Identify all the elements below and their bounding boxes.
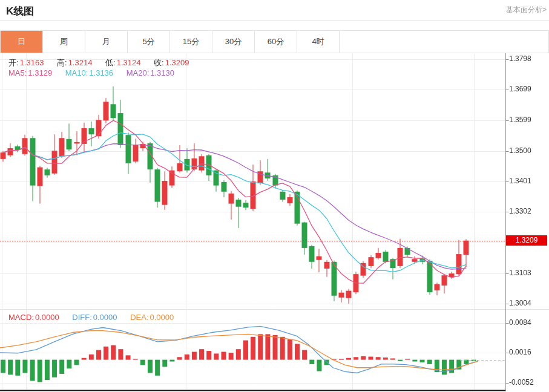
kline-widget: K线图 基本面分析> 日周月5分15分30分60分4时 开:1.3163 高:1… (0, 0, 549, 392)
ma5-value: 1.3129 (28, 68, 52, 77)
ma10-value: 1.3136 (89, 68, 113, 77)
price-tick-label: 1.3103 (509, 269, 531, 277)
price-tick-label: 1.3004 (509, 299, 531, 307)
tab-month[interactable]: 月 (85, 31, 128, 53)
macd-readout: MACD:0.0000 DIFF:0.0000 DEA:0.0000 (8, 313, 175, 322)
price-tick-label: 1.3699 (509, 85, 531, 93)
macd-label: MACD: (8, 313, 34, 322)
close-value: 1.3209 (165, 58, 189, 67)
ma5-label: MA5: (8, 68, 27, 77)
ma20-value: 1.3130 (150, 68, 174, 77)
dea-label: DEA: (130, 313, 148, 322)
macd-tick-label: 0.0016 (509, 348, 531, 356)
low-label: 低: (105, 58, 116, 67)
close-label: 收: (154, 58, 164, 67)
macd-tick-label: -0.0052 (509, 378, 534, 387)
period-tabbar: 日周月5分15分30分60分4时 (0, 30, 549, 53)
macd-tick-label: 0.0084 (509, 318, 531, 327)
high-label: 高: (57, 58, 67, 67)
price-tick-label: 1.3500 (509, 146, 531, 155)
diff-value: 0.0000 (93, 313, 117, 322)
macd-value: 0.0000 (35, 313, 59, 322)
low-value: 1.3124 (117, 58, 141, 67)
price-tick-label: 1.3302 (509, 207, 531, 215)
price-tick-label: 1.3401 (509, 177, 531, 185)
header-divider (0, 20, 549, 21)
current-price-badge: 1.3209 (506, 235, 547, 246)
high-value: 1.3214 (68, 58, 93, 67)
open-label: 开: (8, 58, 19, 67)
price-tick-label: 1.3798 (509, 54, 531, 63)
tab-30min[interactable]: 30分 (212, 31, 255, 53)
ma10-label: MA10: (65, 68, 88, 77)
ma20-label: MA20: (127, 68, 150, 77)
tab-4hour[interactable]: 4时 (297, 31, 340, 53)
ohlc-readout: 开:1.3163 高:1.3214 低:1.3124 收:1.3209 (8, 57, 190, 68)
fundamental-analysis-link[interactable]: 基本面分析> (506, 5, 547, 15)
tab-day[interactable]: 日 (1, 31, 43, 53)
tab-15min[interactable]: 15分 (170, 31, 212, 53)
tab-60min[interactable]: 60分 (255, 31, 297, 53)
dea-value: 0.0000 (150, 313, 174, 322)
price-tick-label: 1.3599 (509, 116, 531, 124)
open-value: 1.3163 (20, 58, 44, 67)
page-title: K线图 (6, 4, 34, 18)
ma-readout: MA5:1.3129 MA10:1.3136 MA20:1.3130 (8, 68, 176, 77)
tab-week[interactable]: 周 (43, 31, 85, 53)
tab-5min[interactable]: 5分 (128, 31, 170, 53)
diff-label: DIFF: (72, 313, 92, 322)
